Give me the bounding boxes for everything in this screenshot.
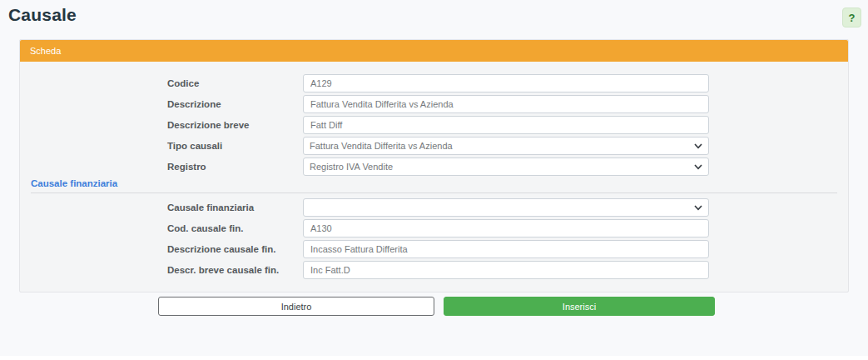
descrizione-causale-fin-label: Descrizione causale fin. [167,244,303,254]
cod-causale-fin-label: Cod. causale fin. [167,223,303,233]
descrizione-causale-fin-input[interactable] [303,240,709,258]
descrizione-causale-fin-row: Descrizione causale fin. [20,240,848,258]
page-title: Causale [8,5,77,25]
codice-input[interactable] [303,74,709,92]
descr-breve-causale-fin-label: Descr. breve causale fin. [167,265,303,275]
registro-row: Registro Registro IVA Vendite [20,158,848,176]
descr-breve-causale-fin-input[interactable] [303,261,709,279]
registro-label: Registro [167,162,303,172]
causale-finanziaria-label: Causale finanziaria [167,202,303,212]
registro-select[interactable]: Registro IVA Vendite [303,158,709,176]
section-title-causale-finanziaria: Causale finanziaria [31,178,837,193]
descrizione-label: Descrizione [167,99,303,109]
scheda-card: Scheda Codice Descrizione Descrizione br… [19,39,849,292]
tipo-causali-select[interactable]: Fattura Vendita Differita vs Azienda [303,137,709,155]
descrizione-row: Descrizione [20,95,848,113]
codice-row: Codice [20,74,848,92]
codice-label: Codice [167,78,303,88]
question-mark-icon: ? [849,12,856,23]
tipo-causali-label: Tipo causali [167,141,303,151]
cod-causale-fin-input[interactable] [303,219,709,238]
descrizione-breve-input[interactable] [303,116,709,134]
descrizione-breve-label: Descrizione breve [167,120,303,130]
indietro-button[interactable]: Indietro [158,297,434,316]
card-header: Scheda [20,40,848,62]
help-button[interactable]: ? [842,8,861,28]
descr-breve-causale-fin-row: Descr. breve causale fin. [20,261,848,279]
main-fields-group: Codice Descrizione Descrizione breve Tip… [20,74,848,176]
card-body: Codice Descrizione Descrizione breve Tip… [20,62,848,292]
actions-bar: Indietro Inserisci [158,297,715,316]
inserisci-button[interactable]: Inserisci [444,297,715,316]
causale-finanziaria-fields-group: Causale finanziaria Cod. causale fin. De… [20,198,848,279]
causale-finanziaria-row: Causale finanziaria [20,198,848,217]
descrizione-breve-row: Descrizione breve [20,116,848,134]
causale-finanziaria-select[interactable] [303,198,709,217]
cod-causale-fin-row: Cod. causale fin. [20,219,848,238]
bottom-strip [0,356,868,360]
descrizione-input[interactable] [303,95,709,113]
tipo-causali-row: Tipo causali Fattura Vendita Differita v… [20,137,848,155]
